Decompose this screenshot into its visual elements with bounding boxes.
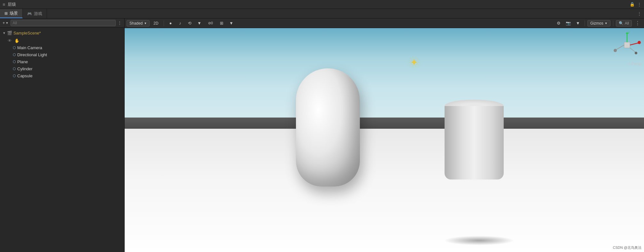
- capsule-3d-object: [296, 68, 360, 187]
- tools-icon-btn[interactable]: ⚙: [555, 20, 563, 27]
- add-object-button[interactable]: + ▼: [3, 20, 9, 25]
- lock-icon[interactable]: 🔒: [630, 2, 635, 7]
- tab-scene[interactable]: ⊞ 场景: [0, 9, 23, 18]
- main-camera-label: Main Camera: [17, 45, 42, 50]
- svg-text:y: y: [628, 31, 630, 34]
- dir-light-icon: ⬡: [13, 53, 16, 57]
- add-arrow-icon: ▼: [6, 21, 9, 25]
- gizmo-compass: y: [613, 31, 641, 59]
- hierarchy-content: ▼ 🎬 SampleScene* 👁 ✋ ⬡ Main Camera ⬡ Dir…: [0, 27, 124, 252]
- panel-title: 层级: [8, 2, 16, 7]
- list-item[interactable]: ⬡ Plane: [0, 58, 124, 65]
- gizmo-svg: y: [613, 31, 641, 59]
- capsule-icon: ⬡: [13, 74, 16, 78]
- search-label: All: [625, 21, 629, 26]
- sky-background: [125, 28, 644, 129]
- tab-game[interactable]: 🎮 游戏: [23, 9, 47, 18]
- main-camera-icon: ⬡: [13, 46, 16, 50]
- 2d-toggle-button[interactable]: 2D: [151, 20, 161, 26]
- svg-point-9: [635, 52, 637, 54]
- viewport-canvas: ✦: [125, 28, 644, 252]
- cylinder-label: Cylinder: [17, 66, 33, 71]
- plane-surface: [125, 129, 644, 252]
- more-icon[interactable]: ⋮: [637, 2, 641, 7]
- top-bar: ≡ 层级 🔒 ⋮: [0, 0, 644, 9]
- plane-icon: ⬡: [13, 60, 16, 64]
- toolbar-separator: [164, 20, 164, 26]
- list-item[interactable]: ⬡ Cylinder: [0, 65, 124, 72]
- svg-rect-0: [624, 42, 630, 48]
- scene-root-item[interactable]: ▼ 🎬 SampleScene*: [0, 29, 124, 37]
- toolbar-sep-3: [613, 20, 613, 26]
- hierarchy-toolbar: + ▼ ⋮: [0, 19, 124, 27]
- game-tab-label: 游戏: [34, 11, 42, 17]
- cylinder-shadow: [444, 236, 514, 245]
- hierarchy-search-input[interactable]: [11, 20, 116, 26]
- viewport-search[interactable]: 🔍 All: [616, 20, 632, 27]
- capsule-label: Capsule: [17, 73, 33, 78]
- gizmos-label: Gizmos: [590, 21, 603, 26]
- plane-label: Plane: [17, 59, 28, 64]
- cylinder-3d-object: [445, 100, 504, 179]
- svg-line-6: [616, 45, 624, 50]
- camera-icon-btn[interactable]: 📷: [564, 20, 572, 27]
- hand-icon[interactable]: ✋: [14, 38, 19, 43]
- game-tab-icon: 🎮: [27, 11, 32, 16]
- shaded-label: Shaded: [129, 21, 143, 26]
- scene-tab-label: 场景: [10, 11, 18, 16]
- hierarchy-panel: + ▼ ⋮ ▼ 🎬 SampleScene* 👁 ✋ ⬡ Main Camera: [0, 19, 125, 252]
- scene-name: SampleScene*: [13, 31, 41, 35]
- scene-icon: 🎬: [7, 31, 12, 35]
- eye-icon[interactable]: 👁: [8, 38, 12, 43]
- grid-icon-btn[interactable]: ⊞: [218, 20, 226, 27]
- scene-more-btn[interactable]: ⋮: [633, 20, 642, 26]
- shaded-dropdown[interactable]: Shaded ▼: [127, 20, 150, 27]
- search-icon: 🔍: [619, 21, 624, 26]
- fx-dropdown-btn[interactable]: ▼: [195, 20, 204, 27]
- svg-point-7: [614, 49, 617, 52]
- cylinder-body: [445, 106, 504, 179]
- audio-icon-btn[interactable]: ♪: [176, 20, 184, 27]
- persp-label: < Persp: [628, 62, 641, 66]
- scene-tab-icon: ⊞: [4, 11, 8, 16]
- dir-light-label: Directional Light: [17, 52, 47, 57]
- shaded-dropdown-arrow: ▼: [144, 22, 147, 25]
- list-item[interactable]: ⬡ Directional Light: [0, 51, 124, 58]
- visibility-row: 👁 ✋: [0, 37, 124, 44]
- hierarchy-more-btn[interactable]: ⋮: [118, 20, 122, 25]
- lighting-icon-btn[interactable]: ●: [167, 20, 175, 27]
- main-layout: + ▼ ⋮ ▼ 🎬 SampleScene* 👁 ✋ ⬡ Main Camera: [0, 19, 644, 252]
- watermark-label: CSDN @北鸟奥法: [613, 245, 641, 250]
- viewport[interactable]: ✦: [125, 28, 644, 252]
- svg-line-8: [630, 48, 636, 52]
- svg-point-5: [638, 41, 641, 44]
- gizmos-dropdown[interactable]: Gizmos ▼: [587, 20, 610, 27]
- scene-expand-arrow: ▼: [3, 31, 6, 35]
- list-item[interactable]: ⬡ Main Camera: [0, 44, 124, 51]
- cylinder-icon: ⬡: [13, 67, 16, 71]
- overlay-icon-btn[interactable]: ⊘0: [205, 20, 216, 27]
- capsule-shape: [296, 68, 360, 187]
- gizmos-dropdown-arrow: ▼: [605, 22, 608, 25]
- menu-icon: ≡: [3, 2, 5, 7]
- sun-icon: ✦: [410, 57, 418, 68]
- scene-toolbar: Shaded ▼ 2D ● ♪ ⟲ ▼ ⊘0 ⊞ ▼ ⚙ 📷 ▼ Gizmos …: [125, 19, 644, 28]
- camera-dropdown-btn[interactable]: ▼: [574, 20, 582, 27]
- tab-more-btn[interactable]: ⋮: [635, 9, 644, 18]
- add-icon: +: [3, 20, 5, 25]
- scene-view: Shaded ▼ 2D ● ♪ ⟲ ▼ ⊘0 ⊞ ▼ ⚙ 📷 ▼ Gizmos …: [125, 19, 644, 252]
- svg-line-4: [630, 43, 639, 45]
- right-toolbar: ⚙ 📷 ▼ Gizmos ▼ 🔍 All ⋮: [555, 20, 642, 27]
- grid-dropdown-btn[interactable]: ▼: [227, 20, 236, 27]
- fx-icon-btn[interactable]: ⟲: [186, 20, 194, 27]
- list-item[interactable]: ⬡ Capsule: [0, 72, 124, 79]
- tab-bar: ⊞ 场景 🎮 游戏 ⋮: [0, 9, 644, 19]
- toolbar-sep-2: [585, 20, 585, 26]
